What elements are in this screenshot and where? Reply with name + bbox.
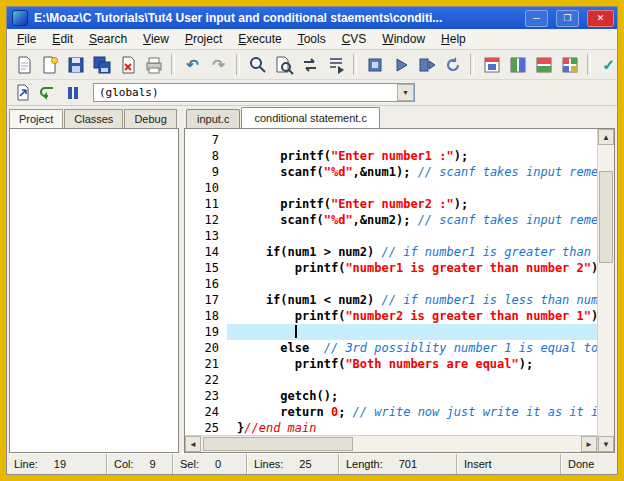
scroll-right-button[interactable]: ► [581,436,597,452]
editor-line-15[interactable]: 15 printf("number1 is greater than numbe… [185,260,597,276]
scroll-down-button[interactable]: ▼ [598,436,614,452]
find-button[interactable] [245,52,270,77]
menu-tools[interactable]: Tools [290,30,334,48]
compile-and-run-button[interactable] [414,52,439,77]
title-bar[interactable]: E:\Moaz\C Tutorials\Tut4 User input and … [7,7,617,29]
project-browser-panel[interactable] [9,128,179,453]
menu-execute[interactable]: Execute [230,30,289,48]
find-in-files-button[interactable] [271,52,296,77]
tab-input-c[interactable]: input.c [186,109,240,128]
replace-button[interactable] [297,52,322,77]
menu-window[interactable]: Window [374,30,433,48]
line-number: 11 [185,196,227,212]
scope-dropdown-button[interactable]: ▼ [397,84,414,101]
new-file-button[interactable] [11,52,36,77]
editor-line-13[interactable]: 13 [185,228,597,244]
vertical-scroll-thumb[interactable] [599,171,613,263]
redo-button[interactable]: ↷ [206,52,231,77]
print-button[interactable] [141,52,166,77]
line-number: 9 [185,164,227,180]
tab-debug[interactable]: Debug [124,109,176,128]
editor-line-7[interactable]: 7 [185,132,597,148]
window-cascade-button[interactable] [479,52,504,77]
goto-implementation-button[interactable] [37,82,59,104]
menu-cvs[interactable]: CVS [334,30,375,48]
editor-line-25[interactable]: 25}//end main [185,420,597,435]
save-button[interactable] [63,52,88,77]
chevron-down-icon: ▼ [402,89,409,96]
line-number: 7 [185,132,227,148]
menu-file[interactable]: File [9,30,44,48]
minimize-button[interactable]: ─ [525,10,548,27]
menu-view[interactable]: View [135,30,177,48]
left-panel-tabs: Project Classes Debug [7,109,182,128]
window-tile-vertical-button[interactable] [505,52,530,77]
menu-search[interactable]: Search [81,30,135,48]
editor-line-10[interactable]: 10 [185,180,597,196]
pause-button[interactable] [62,82,84,104]
window-tile-horizontal-icon [534,55,554,75]
editor-line-14[interactable]: 14 if(num1 > num2) // if number1 is grea… [185,244,597,260]
window-tile-horizontal-button[interactable] [531,52,556,77]
run-button[interactable] [388,52,413,77]
editor-line-12[interactable]: 12 scanf("%d",&num2); // scanf takes inp… [185,212,597,228]
maximize-button[interactable]: ❐ [556,10,579,27]
editor-line-23[interactable]: 23 getch(); [185,388,597,404]
horizontal-scrollbar[interactable]: ◄ ► [185,435,597,452]
editor-line-11[interactable]: 11 printf("Enter number2 :"); [185,196,597,212]
editor-line-18[interactable]: 18 printf("number2 is greater than numbe… [185,308,597,324]
app-window-frame: E:\Moaz\C Tutorials\Tut4 User input and … [0,0,624,481]
status-state: Done [561,454,617,474]
syntax-check-button[interactable]: ✓ [596,52,621,77]
rebuild-button[interactable] [440,52,465,77]
horizontal-scroll-thumb[interactable] [203,437,353,451]
editor-line-8[interactable]: 8 printf("Enter number1 :"); [185,148,597,164]
editor-line-17[interactable]: 17 if(num1 < num2) // if number1 is less… [185,292,597,308]
new-source-button[interactable] [37,52,62,77]
window-grid-icon [560,55,580,75]
toolbar-separator [353,54,357,75]
editor-line-16[interactable]: 16 [185,276,597,292]
line-number: 24 [185,404,227,420]
menu-help[interactable]: Help [433,30,474,48]
undo-button[interactable]: ↶ [180,52,205,77]
window-cascade-icon [482,55,502,75]
line-number: 19 [185,324,227,340]
tab-conditional-statement-c[interactable]: conditional statement.c [241,107,380,128]
editor-line-22[interactable]: 22 [185,372,597,388]
compile-button[interactable] [362,52,387,77]
close-file-button[interactable] [115,52,140,77]
window-grid-button[interactable] [557,52,582,77]
tab-project[interactable]: Project [9,109,63,128]
editor-line-21[interactable]: 21 printf("Both numbers are equal"); [185,356,597,372]
close-button[interactable]: ✕ [587,10,614,27]
scroll-up-button[interactable]: ▲ [598,129,614,145]
editor-line-9[interactable]: 9 scanf("%d",&num1); // scanf takes inpu… [185,164,597,180]
browser-toolbar: (globals) ▼ [7,80,617,106]
editor-line-19[interactable]: 19 [185,324,597,340]
code-line: scanf("%d",&num2); // scanf takes input … [227,212,597,228]
new-source-icon [40,55,60,75]
scroll-left-button[interactable]: ◄ [185,436,201,452]
editor-lines[interactable]: 78 printf("Enter number1 :");9 scanf("%d… [185,129,597,435]
menu-edit[interactable]: Edit [44,30,81,48]
menu-project[interactable]: Project [177,30,230,48]
editor-line-20[interactable]: 20 else // 3rd possiblity number 1 is eq… [185,340,597,356]
code-line: else // 3rd possiblity number 1 is equal… [227,340,597,356]
scope-combobox-value: (globals) [94,86,397,99]
compile-icon [365,55,385,75]
code-line: if(num1 < num2) // if number1 is less th… [227,292,597,308]
scope-combobox[interactable]: (globals) ▼ [93,83,415,102]
toolbar-separator [236,54,240,75]
redo-icon: ↷ [212,57,225,72]
tab-classes[interactable]: Classes [64,109,123,128]
status-line: Line:19 [7,454,107,474]
editor-line-24[interactable]: 24 return 0; // write now just write it … [185,404,597,420]
vertical-scrollbar[interactable]: ▲ ▼ [597,129,614,452]
goto-declaration-button[interactable] [12,82,34,104]
app-icon [12,10,28,26]
goto-line-button[interactable] [323,52,348,77]
new-file-icon [14,55,34,75]
save-all-icon [92,55,112,75]
save-all-button[interactable] [89,52,114,77]
